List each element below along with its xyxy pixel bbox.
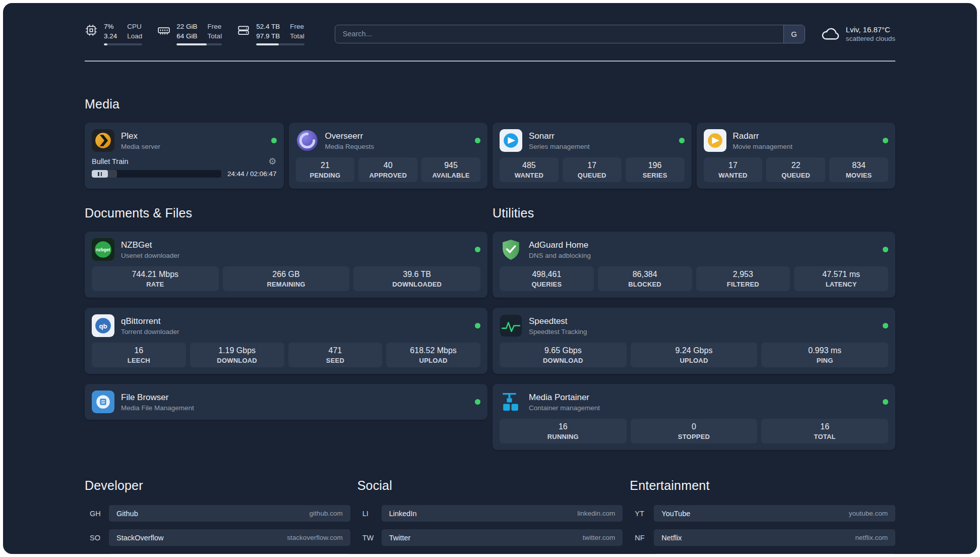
stat-tile: 86,384 BLOCKED [598,266,692,291]
plex-icon[interactable] [92,129,114,152]
stat-value: 39.6 TB [355,270,478,279]
bookmark-name: Netflix [661,534,682,542]
overseerr-icon[interactable] [296,129,319,152]
search-bar: G [335,25,805,43]
app-name[interactable]: Media Portainer [529,393,876,403]
media-card-grid: Plex Media server Bullet Train ⚙ 24:44 /… [85,123,895,189]
stat-value: 9.24 Gbps [633,346,756,355]
search-engine-button[interactable]: G [783,25,805,43]
stat-tile: 39.6 TB DOWNLOADED [353,266,480,291]
status-dot [883,323,888,328]
stat-value: 86,384 [600,270,690,279]
app-subtitle: Usenet downloader [121,252,468,259]
qbittorrent-icon[interactable]: qb [92,314,114,337]
status-dot [475,399,480,405]
stat-label: RATE [94,281,217,288]
stat-tile: 471 SEED [288,343,383,367]
adguard-icon[interactable] [500,238,522,261]
bookmark-youtube[interactable]: YT YouTube youtube.com [630,505,895,522]
stat-tile: 618.52 Mbps UPLOAD [386,343,480,367]
nzbget-icon[interactable]: nzbget [92,238,114,261]
stat-tile: 266 GB REMAINING [223,266,350,291]
stat-label: DOWNLOADED [355,281,478,288]
app-subtitle: Movie management [733,143,877,150]
stat-value: 40 [360,161,415,170]
app-name[interactable]: NZBGet [121,240,468,250]
disk-icon [237,24,250,37]
cpu-label-top: CPU [127,22,142,31]
app-subtitle: Speedtest Tracking [529,328,876,336]
stat-value: 744.21 Mbps [94,270,217,279]
status-dot [883,399,888,405]
bookmark-github[interactable]: GH Github github.com [85,505,350,522]
settings-gear-icon[interactable]: ⚙ [268,157,276,166]
stat-label: FILTERED [698,281,788,288]
svg-text:nzbget: nzbget [96,247,110,252]
stat-value: 1.19 Gbps [192,346,282,355]
stat-label: PING [763,357,886,364]
stat-tile: 744.21 Mbps RATE [92,266,219,291]
filebrowser-icon[interactable] [92,391,114,413]
stat-tile: 9.24 Gbps UPLOAD [631,343,758,367]
sonarr-icon[interactable] [500,129,522,152]
topbar: 7% CPU 3.24 Load 22 GiB Free [85,22,895,45]
bookmark-netflix[interactable]: NF Netflix netflix.com [630,529,895,546]
stat-tile: 1.19 Gbps DOWNLOAD [190,343,284,367]
cpu-icon [85,24,98,37]
app-name[interactable]: AdGuard Home [529,240,876,250]
bookmark-stackoverflow[interactable]: SO StackOverflow stackoverflow.com [85,529,350,546]
app-name[interactable]: File Browser [121,393,468,403]
cpu-usage-bar [104,43,142,45]
stat-tile: 2,953 FILTERED [696,266,790,291]
bookmark-dev[interactable]: DT DEV dev.to [85,553,350,554]
app-subtitle: DNS and adblocking [529,252,876,259]
bookmark-group-entertainment: Entertainment YT YouTube youtube.com NF … [630,478,895,554]
now-playing-title: Bullet Train [92,157,268,165]
stat-tile: 21 PENDING [296,157,355,182]
disk-usage-bar [256,43,304,45]
app-name[interactable]: Plex [121,131,265,141]
stat-value: 834 [831,161,886,170]
bookmark-reddit[interactable]: RE Reddit reddit.com [630,553,895,554]
stat-value: 266 GB [225,270,348,279]
stat-label: APPROVED [360,172,415,179]
app-name[interactable]: qBittorrent [121,316,468,326]
bookmark-url: netflix.com [855,534,888,541]
bookmark-twitter[interactable]: TW Twitter twitter.com [357,529,623,546]
documents-column: Documents & Files nzbget NZBGe [85,206,487,450]
stat-label: WANTED [502,172,557,179]
bookmarks-zone: Developer GH Github github.com SO StackO… [85,478,895,554]
radarr-icon[interactable] [704,129,726,152]
status-dot [475,323,480,328]
app-subtitle: Media File Management [121,404,468,412]
stat-value: 0.993 ms [763,346,886,355]
disk-label-bottom: Total [290,32,304,41]
speedtest-icon[interactable] [500,314,522,337]
portainer-icon[interactable] [500,391,522,413]
search-input[interactable] [335,25,783,43]
media-time: 24:44 / 02:06:47 [227,170,277,178]
overseerr-card: Overseerr Media Requests 21 PENDING 40 A… [289,123,488,189]
app-name[interactable]: Speedtest [529,316,876,326]
topbar-divider [85,61,895,62]
stat-label: AVAILABLE [423,172,478,179]
stat-value: 485 [502,161,557,170]
radarr-card: Radarr Movie management 17 WANTED 22 QUE… [697,123,896,189]
plex-card: Plex Media server Bullet Train ⚙ 24:44 /… [85,123,284,189]
app-subtitle: Torrent downloader [121,328,468,336]
cpu-label-bottom: Load [127,32,142,41]
weather-location: Lviv, 16.87°C [846,25,895,34]
stat-value: 47.571 ms [796,270,886,279]
app-name[interactable]: Overseerr [325,131,469,141]
app-name[interactable]: Sonarr [529,131,672,141]
media-progress-bar[interactable] [92,170,221,178]
bookmark-linkedin[interactable]: LI LinkedIn linkedin.com [357,505,623,522]
app-name[interactable]: Radarr [733,131,877,141]
status-dot [475,247,480,252]
ram-icon [157,24,170,37]
stat-label: REMAINING [225,281,348,288]
bookmark-url: github.com [310,510,343,517]
pause-icon[interactable] [92,170,108,178]
stat-tile: 485 WANTED [500,157,559,182]
cloud-icon [820,24,839,43]
